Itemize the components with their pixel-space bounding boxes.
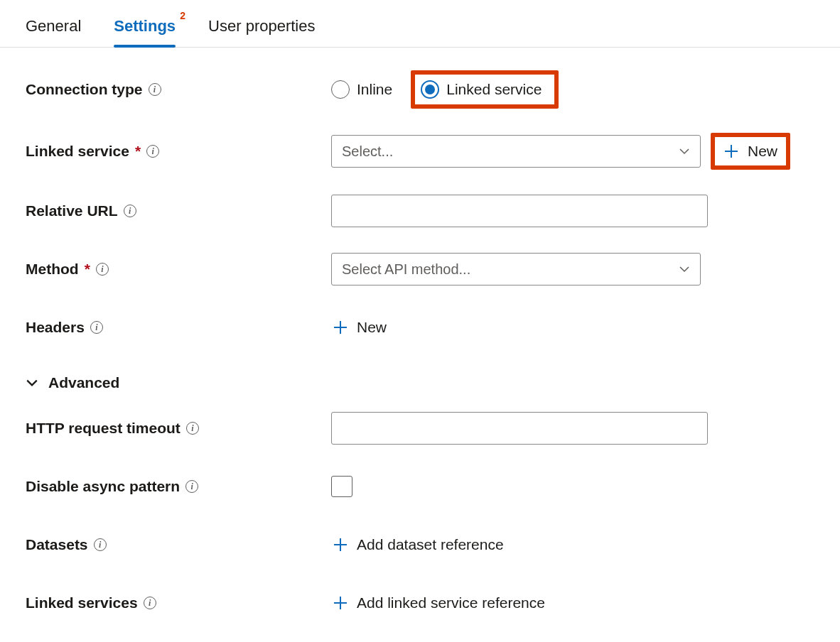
radio-inline[interactable]: Inline: [331, 80, 392, 99]
label-datasets: Datasets i: [26, 536, 331, 553]
form-body: Connection type i Inline Linked service: [0, 48, 840, 642]
tab-user-properties-label: User properties: [208, 17, 315, 35]
info-icon[interactable]: i: [185, 480, 198, 493]
http-timeout-input[interactable]: [331, 412, 708, 445]
info-icon[interactable]: i: [146, 145, 159, 158]
add-linked-service-ref-button[interactable]: Add linked service reference: [331, 590, 546, 616]
linked-service-select[interactable]: Select...: [331, 135, 701, 168]
info-icon[interactable]: i: [144, 597, 156, 609]
required-marker: *: [85, 261, 90, 278]
radio-linked-service-label: Linked service: [446, 81, 542, 98]
label-connection-type: Connection type i: [26, 81, 331, 98]
chevron-down-icon: [26, 376, 38, 389]
settings-form: General Settings 2 User properties Conne…: [0, 0, 840, 642]
label-headers-text: Headers: [26, 319, 85, 336]
info-icon[interactable]: i: [149, 83, 161, 96]
chevron-down-icon: [679, 263, 690, 275]
label-linked-services: Linked services i: [26, 594, 331, 611]
add-header-label: New: [357, 319, 387, 336]
highlight-new-linked-service: New: [711, 133, 790, 170]
advanced-section-toggle[interactable]: Advanced: [26, 374, 119, 391]
add-header-button[interactable]: New: [331, 315, 388, 340]
new-linked-service-label: New: [748, 143, 777, 160]
row-headers: Headers i New: [26, 310, 814, 344]
field-http-timeout: [331, 412, 814, 445]
plus-icon: [333, 595, 348, 611]
relative-url-input[interactable]: [331, 195, 708, 227]
info-icon[interactable]: i: [90, 321, 103, 334]
row-connection-type: Connection type i Inline Linked service: [26, 70, 814, 109]
plus-icon: [333, 320, 348, 335]
field-headers: New: [331, 315, 814, 340]
row-linked-services: Linked services i Add linked service ref…: [26, 586, 814, 620]
radio-inline-label: Inline: [357, 81, 392, 98]
tab-bar: General Settings 2 User properties: [0, 0, 840, 48]
tab-user-properties[interactable]: User properties: [208, 17, 315, 47]
tab-settings-label: Settings: [114, 17, 176, 35]
disable-async-checkbox[interactable]: [331, 476, 352, 497]
label-linked-services-text: Linked services: [26, 594, 138, 611]
label-method-text: Method: [26, 261, 79, 278]
field-datasets: Add dataset reference: [331, 532, 814, 557]
label-method: Method * i: [26, 261, 331, 278]
linked-service-select-placeholder: Select...: [342, 143, 679, 160]
label-http-timeout-text: HTTP request timeout: [26, 420, 181, 437]
label-datasets-text: Datasets: [26, 536, 88, 553]
tab-general[interactable]: General: [26, 17, 81, 47]
add-dataset-button[interactable]: Add dataset reference: [331, 532, 505, 557]
label-connection-type-text: Connection type: [26, 81, 143, 98]
add-dataset-label: Add dataset reference: [357, 536, 504, 553]
add-linked-service-ref-label: Add linked service reference: [357, 594, 545, 611]
label-disable-async-text: Disable async pattern: [26, 478, 180, 495]
radio-linked-service[interactable]: Linked service: [421, 80, 542, 99]
row-linked-service: Linked service * i Select... New: [26, 133, 814, 170]
row-method: Method * i Select API method...: [26, 252, 814, 286]
method-select[interactable]: Select API method...: [331, 253, 701, 285]
label-linked-service: Linked service * i: [26, 143, 331, 160]
info-icon[interactable]: i: [186, 422, 199, 435]
plus-icon: [723, 143, 739, 159]
info-icon[interactable]: i: [124, 205, 136, 217]
label-linked-service-text: Linked service: [26, 143, 129, 160]
row-disable-async: Disable async pattern i: [26, 469, 814, 504]
field-linked-service: Select... New: [331, 133, 814, 170]
info-icon[interactable]: i: [94, 538, 107, 551]
radio-circle-icon: [331, 80, 350, 99]
required-marker: *: [135, 143, 141, 160]
label-headers: Headers i: [26, 319, 331, 336]
field-connection-type: Inline Linked service: [331, 70, 814, 109]
chevron-down-icon: [679, 146, 690, 157]
label-http-timeout: HTTP request timeout i: [26, 420, 331, 437]
highlight-linked-service: Linked service: [411, 70, 559, 109]
advanced-label: Advanced: [48, 374, 119, 391]
field-relative-url: [331, 195, 814, 227]
info-icon[interactable]: i: [96, 263, 109, 276]
label-disable-async: Disable async pattern i: [26, 478, 331, 495]
connection-type-radio-group: Inline Linked service: [331, 70, 559, 109]
radio-circle-icon: [421, 80, 439, 99]
tab-settings[interactable]: Settings 2: [114, 17, 176, 47]
method-select-placeholder: Select API method...: [342, 261, 679, 278]
new-linked-service-button[interactable]: New: [722, 138, 779, 164]
label-relative-url: Relative URL i: [26, 202, 331, 219]
row-relative-url: Relative URL i: [26, 194, 814, 228]
field-disable-async: [331, 476, 814, 497]
plus-icon: [333, 537, 348, 553]
tab-general-label: General: [26, 17, 81, 35]
field-method: Select API method...: [331, 253, 814, 285]
field-linked-services: Add linked service reference: [331, 590, 814, 616]
tab-settings-badge: 2: [180, 10, 185, 21]
label-relative-url-text: Relative URL: [26, 202, 118, 219]
row-http-timeout: HTTP request timeout i: [26, 411, 814, 445]
row-datasets: Datasets i Add dataset reference: [26, 528, 814, 562]
